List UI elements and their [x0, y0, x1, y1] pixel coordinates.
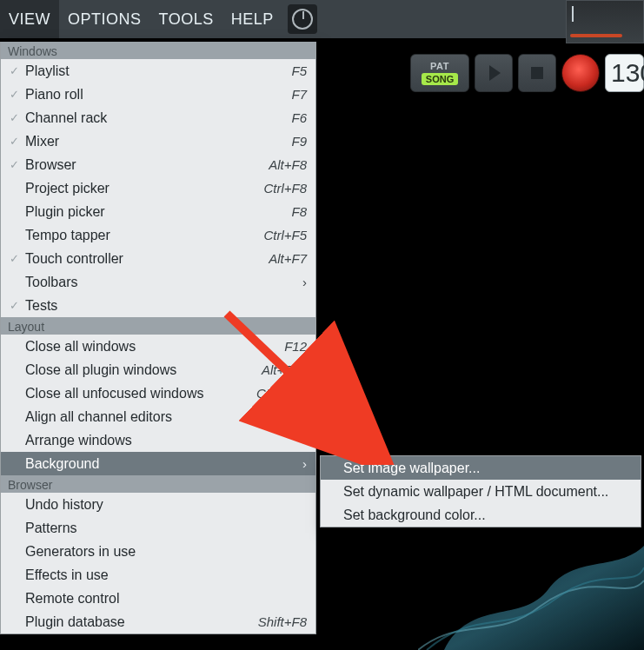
menu-item[interactable]: Toolbars›: [1, 270, 315, 294]
menu-item[interactable]: Undo history: [1, 493, 315, 516]
submenu-item-label: Set image wallpaper...: [340, 461, 632, 476]
menu-item[interactable]: ✓Piano rollF7: [1, 83, 315, 106]
menu-item-label: Close all plugin windows: [22, 362, 262, 378]
check-icon: ✓: [6, 64, 22, 77]
play-icon: [489, 65, 501, 81]
menubar: VIEW OPTIONS TOOLS HELP: [0, 0, 644, 38]
menu-item-label: Patterns: [22, 521, 307, 536]
menu-item-label: Touch controller: [22, 251, 269, 267]
menu-item[interactable]: Close all windowsF12: [1, 335, 315, 358]
pat-song-toggle[interactable]: PAT SONG: [410, 54, 469, 92]
menu-item[interactable]: Plugin pickerF8: [1, 200, 315, 223]
background-submenu: Set image wallpaper...Set dynamic wallpa…: [320, 455, 641, 527]
menu-item-label: Align all channel editors: [22, 409, 250, 425]
menu-item[interactable]: ✓MixerF9: [1, 129, 315, 153]
submenu-item-label: Set background color...: [340, 507, 632, 523]
menu-item[interactable]: Remote control: [1, 587, 315, 610]
menu-tools[interactable]: TOOLS: [150, 0, 222, 38]
menu-item-label: Project picker: [22, 181, 263, 196]
record-button[interactable]: [561, 54, 600, 92]
submenu-item-label: Set dynamic wallpaper / HTML document...: [340, 484, 632, 500]
menu-item-label: Background: [22, 456, 294, 472]
transport: PAT SONG 130.: [405, 47, 644, 99]
menu-options[interactable]: OPTIONS: [59, 0, 150, 38]
menu-item-label: Piano roll: [22, 87, 291, 103]
menu-item-label: Effects in use: [22, 567, 307, 583]
menu-section-header: Layout: [1, 317, 315, 335]
menu-item-shortcut: Alt+F7: [269, 251, 307, 266]
menu-item-label: Plugin database: [22, 614, 258, 630]
check-icon: ✓: [6, 299, 22, 312]
menu-item-shortcut: F8: [291, 204, 307, 219]
menu-item[interactable]: ✓Touch controllerAlt+F7: [1, 247, 315, 270]
menu-section-header: Windows: [1, 42, 315, 59]
menu-item[interactable]: Background›: [1, 452, 315, 475]
menu-item-label: Generators in use: [22, 544, 307, 560]
menu-item-label: Tempo tapper: [22, 228, 263, 243]
menu-item-shortcut: Alt+F8: [269, 157, 307, 172]
play-button[interactable]: [475, 54, 513, 92]
menu-item-shortcut: Alt+F12: [262, 362, 307, 377]
menu-item-shortcut: Shift+F8: [258, 614, 307, 629]
menu-item[interactable]: Generators in use: [1, 540, 315, 563]
menu-item[interactable]: Close all unfocused windowsCtrl+F12: [1, 381, 315, 405]
menu-item-label: Mixer: [22, 134, 291, 149]
menu-item-shortcut: Ctrl+F8: [263, 181, 307, 196]
menu-item[interactable]: ✓PlaylistF5: [1, 59, 315, 83]
submenu-item[interactable]: Set background color...: [321, 503, 641, 527]
menu-item-label: Tests: [22, 298, 307, 314]
wallpaper-smoke: [418, 520, 644, 650]
tempo-display[interactable]: 130.: [605, 54, 644, 92]
menu-item-shortcut: F9: [291, 134, 307, 149]
menu-item[interactable]: Tempo tapperCtrl+F5: [1, 223, 315, 247]
menu-item[interactable]: Align all channel editorsShift+F12: [1, 405, 315, 428]
submenu-arrow-icon: ›: [294, 456, 307, 471]
menu-item-label: Undo history: [22, 497, 307, 513]
menu-item[interactable]: Patterns: [1, 516, 315, 540]
menu-item[interactable]: Arrange windows›: [1, 428, 315, 452]
menu-item-shortcut: F12: [284, 339, 307, 354]
menu-help[interactable]: HELP: [222, 0, 282, 38]
menu-item-label: Remote control: [22, 591, 307, 607]
menu-item[interactable]: ✓Channel rackF6: [1, 106, 315, 129]
menu-item-shortcut: F6: [291, 110, 307, 125]
check-icon: ✓: [6, 135, 22, 148]
menu-item-label: Playlist: [22, 63, 291, 79]
menu-item-label: Browser: [22, 157, 269, 173]
menu-item-label: Channel rack: [22, 110, 291, 126]
song-label: SONG: [422, 73, 458, 85]
menu-item[interactable]: Plugin databaseShift+F8: [1, 610, 315, 633]
submenu-arrow-icon: ›: [294, 275, 307, 289]
menu-view[interactable]: VIEW: [0, 0, 59, 38]
menu-item-shortcut: F7: [291, 87, 307, 102]
menu-item[interactable]: Effects in use: [1, 563, 315, 587]
menu-item[interactable]: Close all plugin windowsAlt+F12: [1, 358, 315, 381]
check-icon: ✓: [6, 88, 22, 101]
check-icon: ✓: [6, 111, 22, 124]
menu-item-label: Plugin picker: [22, 204, 291, 220]
main-volume-knob[interactable]: [288, 4, 317, 34]
check-icon: ✓: [6, 252, 22, 265]
submenu-item[interactable]: Set dynamic wallpaper / HTML document...: [321, 480, 641, 503]
menu-item-shortcut: Ctrl+F12: [256, 386, 307, 401]
menu-section-header: Browser: [1, 475, 315, 493]
menu-item-shortcut: Ctrl+F5: [263, 228, 307, 242]
menu-item-shortcut: Shift+F12: [250, 409, 307, 424]
meter-strip: [566, 0, 644, 43]
menu-item-label: Toolbars: [22, 275, 294, 290]
stop-button[interactable]: [518, 54, 556, 92]
view-menu: Windows✓PlaylistF5✓Piano rollF7✓Channel …: [0, 42, 316, 634]
menu-item[interactable]: Project pickerCtrl+F8: [1, 176, 315, 200]
check-icon: ✓: [6, 158, 22, 171]
menu-item-label: Arrange windows: [22, 433, 294, 448]
stop-icon: [531, 67, 543, 79]
menu-item-label: Close all unfocused windows: [22, 386, 256, 401]
menu-item-label: Close all windows: [22, 339, 284, 355]
menu-item[interactable]: ✓BrowserAlt+F8: [1, 153, 315, 176]
submenu-arrow-icon: ›: [294, 433, 307, 448]
menu-item-shortcut: F5: [291, 63, 307, 78]
pat-label: PAT: [430, 61, 449, 71]
submenu-item[interactable]: Set image wallpaper...: [321, 456, 641, 480]
menu-item[interactable]: ✓Tests: [1, 294, 315, 317]
